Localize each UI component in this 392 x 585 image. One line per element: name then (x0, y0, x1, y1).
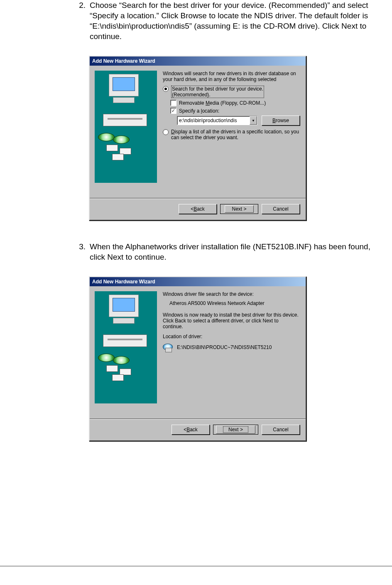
checkbox-icon (170, 100, 176, 106)
cancel-button[interactable]: Cancel (262, 425, 300, 435)
location-combo[interactable]: e:\ndis\bin\production\ndis ▼ (177, 116, 257, 125)
step-3-text: When the Alphanetworks driver installati… (90, 241, 387, 262)
checkbox-specify-location[interactable]: ✓ Specify a location: (170, 108, 300, 114)
back-button[interactable]: < Back (179, 204, 217, 214)
location-label: Location of driver: (163, 334, 300, 339)
radio-search-best-driver[interactable]: Search for the best driver for your devi… (163, 86, 300, 98)
step-3: 3. When the Alphanetworks driver install… (73, 241, 387, 262)
checkbox-icon: ✓ (170, 108, 176, 114)
step-2-text: Choose “Search for the best driver for y… (90, 0, 387, 42)
wizard-graphic (95, 291, 157, 403)
driver-location-path: E:\NDIS\BIN\PRODUC~7\NDIS5\NET5210 (177, 344, 272, 350)
chevron-down-icon[interactable]: ▼ (250, 116, 257, 125)
next-button[interactable]: Next > (213, 425, 258, 435)
hardware-wizard-dialog-1: Add New Hardware Wizard Windows will sea… (89, 56, 306, 221)
radio-icon (163, 86, 169, 92)
page-footer-rule (0, 566, 392, 566)
step-2-number: 2. (73, 0, 90, 10)
dialog-title: Add New Hardware Wizard (90, 277, 306, 286)
step-3-number: 3. (73, 241, 90, 252)
next-button[interactable]: Next > (220, 204, 258, 214)
device-name: Atheros AR5000 Wireless Network Adapter (169, 300, 300, 306)
wizard-graphic (95, 71, 157, 183)
radio-display-list[interactable]: Display a list of all the drivers in a s… (163, 129, 300, 140)
hardware-wizard-dialog-2: Add New Hardware Wizard Windows driver f… (89, 276, 306, 441)
radio-icon (163, 129, 169, 135)
checkbox-removable-media[interactable]: Removable Media (Floppy, CD-ROM...) (170, 100, 300, 106)
cd-icon (163, 343, 174, 352)
browse-button[interactable]: Browse (262, 116, 300, 125)
dialog-intro-text: Windows will search for new drivers in i… (163, 71, 300, 82)
ready-text: Windows is now ready to install the best… (163, 312, 300, 329)
back-button[interactable]: < Back (172, 425, 210, 435)
search-label: Windows driver file search for the devic… (163, 291, 300, 297)
cancel-button[interactable]: Cancel (262, 204, 300, 214)
location-value: e:\ndis\bin\production\ndis (179, 118, 250, 123)
dialog-title: Add New Hardware Wizard (90, 57, 306, 66)
step-2: 2. Choose “Search for the best driver fo… (73, 0, 387, 42)
